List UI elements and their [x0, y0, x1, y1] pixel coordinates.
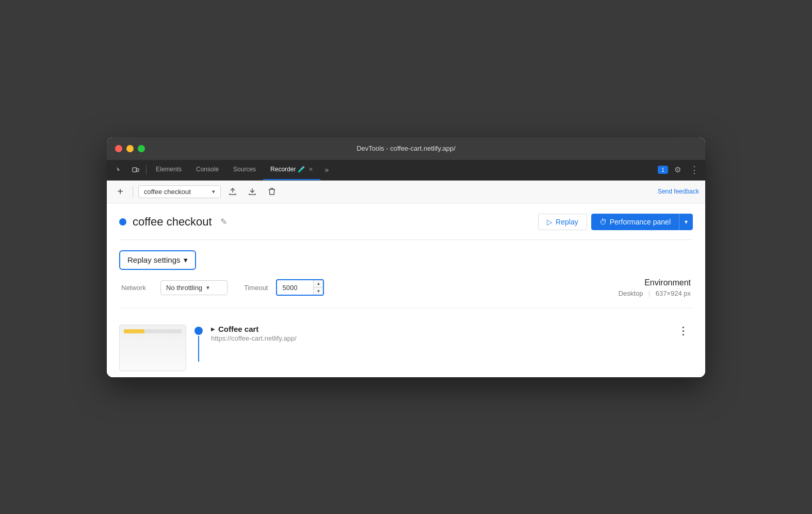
traffic-lights — [115, 145, 145, 152]
perf-icon: ⏱ — [599, 218, 607, 226]
step-info: ▶ Coffee cart https://coffee-cart.netlif… — [211, 325, 665, 342]
settings-section: Replay settings ▾ Network No throttling … — [119, 240, 693, 308]
step-title-row: ▶ Coffee cart — [211, 325, 665, 333]
import-button[interactable] — [245, 184, 260, 199]
window-title: DevTools - coffee-cart.netlify.app/ — [356, 144, 456, 152]
tab-divider — [146, 165, 147, 175]
flask-icon: 🧪 — [298, 166, 305, 173]
environment-section: Environment Desktop 637×924 px — [619, 278, 691, 297]
step-thumbnail — [119, 325, 186, 371]
replay-button[interactable]: ▷ Replay — [538, 214, 587, 230]
chevron-down-icon: ▼ — [205, 285, 210, 291]
toolbar-divider-1 — [133, 186, 133, 197]
tabs-right-actions: 1 ⚙ ⋮ — [658, 163, 701, 177]
gear-icon[interactable]: ⚙ — [670, 163, 685, 177]
recording-status-dot — [119, 218, 126, 226]
send-feedback-link[interactable]: Send feedback — [658, 188, 699, 195]
step-node-container — [194, 325, 203, 362]
title-bar: DevTools - coffee-cart.netlify.app/ — [107, 137, 705, 160]
more-options-icon[interactable]: ⋮ — [687, 163, 701, 177]
recording-name: coffee checkout — [144, 188, 209, 196]
header-actions: ▷ Replay ⏱ Performance panel ▾ — [538, 214, 693, 230]
timeout-increment-button[interactable]: ▲ — [314, 280, 323, 287]
play-icon: ▷ — [547, 218, 553, 226]
performance-panel-group: ⏱ Performance panel ▾ — [591, 214, 693, 230]
tab-close-icon[interactable]: ✕ — [308, 166, 313, 173]
network-label: Network — [121, 284, 152, 292]
performance-panel-dropdown[interactable]: ▾ — [679, 214, 693, 230]
recorder-toolbar: + coffee checkout ▾ Send feedback — [107, 181, 705, 203]
tab-recorder[interactable]: Recorder 🧪 ✕ — [263, 159, 320, 180]
step-more-menu-button[interactable]: ⋮ — [674, 325, 693, 337]
notification-badge[interactable]: 1 — [658, 166, 668, 174]
settings-row: Network No throttling ▼ Timeout ▲ ▼ Envi… — [119, 278, 693, 297]
expand-arrow-icon[interactable]: ▶ — [211, 326, 215, 332]
chevron-down-icon: ▾ — [212, 188, 215, 195]
add-recording-button[interactable]: + — [113, 184, 127, 199]
step-title: Coffee cart — [218, 325, 258, 333]
replay-settings-button[interactable]: Replay settings ▾ — [119, 250, 196, 270]
edit-icon[interactable]: ✎ — [218, 215, 229, 229]
step-node — [194, 327, 203, 335]
recording-title: coffee checkout — [133, 215, 212, 229]
more-tabs-btn[interactable]: » — [320, 166, 333, 174]
tab-elements[interactable]: Elements — [149, 159, 189, 180]
timeout-decrement-button[interactable]: ▼ — [314, 287, 323, 295]
maximize-button[interactable] — [138, 145, 145, 152]
device-icon[interactable] — [127, 162, 144, 178]
recording-selector[interactable]: coffee checkout ▾ — [138, 185, 221, 198]
thumb-bar-accent — [124, 329, 144, 333]
timeout-spinners: ▲ ▼ — [313, 280, 323, 295]
environment-size: 637×924 px — [656, 290, 691, 297]
chevron-down-icon: ▾ — [184, 255, 188, 265]
timeout-input[interactable] — [277, 281, 313, 295]
main-content: coffee checkout ✎ ▷ Replay ⏱ Performance… — [107, 203, 705, 377]
cursor-icon[interactable] — [111, 162, 127, 178]
recording-header: coffee checkout ✎ ▷ Replay ⏱ Performance… — [119, 214, 693, 240]
performance-panel-button[interactable]: ⏱ Performance panel — [591, 214, 679, 230]
step-connector-line — [198, 336, 199, 362]
environment-device: Desktop — [619, 290, 643, 297]
timeout-input-wrap: ▲ ▼ — [276, 279, 324, 296]
export-button[interactable] — [225, 184, 240, 199]
network-throttle-select[interactable]: No throttling ▼ — [160, 280, 228, 295]
tab-console[interactable]: Console — [189, 159, 226, 180]
svg-rect-1 — [136, 169, 139, 171]
minimize-button[interactable] — [126, 145, 134, 152]
close-button[interactable] — [115, 145, 122, 152]
env-divider — [649, 291, 649, 297]
timeout-label: Timeout — [244, 284, 268, 292]
tab-sources[interactable]: Sources — [226, 159, 263, 180]
devtools-tab-bar: Elements Console Sources Recorder 🧪 ✕ » … — [107, 160, 705, 181]
devtools-window: DevTools - coffee-cart.netlify.app/ Elem… — [107, 137, 705, 377]
environment-title: Environment — [619, 278, 691, 287]
step-item: ▶ Coffee cart https://coffee-cart.netlif… — [119, 318, 693, 377]
environment-details: Desktop 637×924 px — [619, 290, 691, 297]
steps-section: ▶ Coffee cart https://coffee-cart.netlif… — [119, 308, 693, 377]
delete-button[interactable] — [264, 184, 280, 199]
step-url: https://coffee-cart.netlify.app/ — [211, 334, 665, 342]
thumbnail-content — [120, 325, 186, 371]
